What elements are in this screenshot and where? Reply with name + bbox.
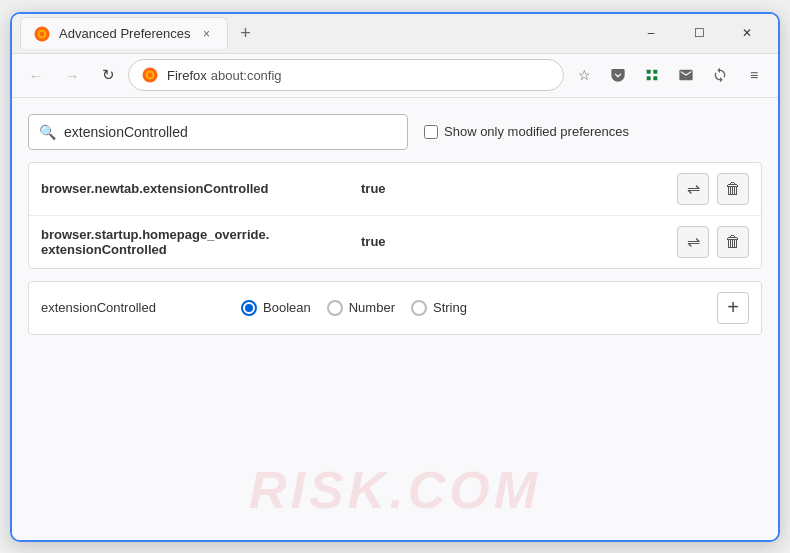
- new-pref-name: extensionControlled: [41, 300, 221, 315]
- type-boolean[interactable]: Boolean: [241, 300, 311, 316]
- results-table: browser.newtab.extensionControlled true …: [28, 162, 762, 269]
- menu-button[interactable]: ≡: [738, 59, 770, 91]
- pref-name-2: browser.startup.homepage_override. exten…: [41, 227, 361, 257]
- swap-icon-1: ⇌: [687, 179, 700, 198]
- swap-icon-2: ⇌: [687, 232, 700, 251]
- maximize-button[interactable]: ☐: [676, 17, 722, 49]
- svg-point-2: [40, 31, 45, 36]
- delete-button-2[interactable]: 🗑: [717, 226, 749, 258]
- search-icon: 🔍: [39, 124, 56, 140]
- number-radio[interactable]: [327, 300, 343, 316]
- address-bar[interactable]: Firefox about:config: [128, 59, 564, 91]
- firefox-browser-icon: [141, 66, 159, 84]
- reload-button[interactable]: ↻: [92, 59, 124, 91]
- svg-point-5: [148, 73, 153, 78]
- pref-name-2-line2: extensionControlled: [41, 242, 361, 257]
- type-string[interactable]: String: [411, 300, 467, 316]
- extension-button[interactable]: [636, 59, 668, 91]
- show-modified-label[interactable]: Show only modified preferences: [424, 124, 629, 139]
- show-modified-checkbox[interactable]: [424, 125, 438, 139]
- nav-icons: ☆: [568, 59, 770, 91]
- string-label: String: [433, 300, 467, 315]
- row-1-actions: ⇌ 🗑: [677, 173, 749, 205]
- trash-icon-1: 🗑: [725, 180, 741, 198]
- minimize-button[interactable]: –: [628, 17, 674, 49]
- main-content: RISK.COM 🔍 Show only modified preference…: [12, 98, 778, 540]
- new-tab-button[interactable]: +: [232, 19, 260, 47]
- search-wrapper[interactable]: 🔍: [28, 114, 408, 150]
- forward-button[interactable]: →: [56, 59, 88, 91]
- type-options: Boolean Number String: [241, 300, 697, 316]
- bookmark-button[interactable]: ☆: [568, 59, 600, 91]
- svg-rect-7: [653, 70, 657, 74]
- active-tab[interactable]: Advanced Preferences ×: [20, 17, 228, 49]
- show-modified-text: Show only modified preferences: [444, 124, 629, 139]
- pocket-icon: [610, 67, 626, 83]
- sync-button[interactable]: [704, 59, 736, 91]
- watermark: RISK.COM: [249, 460, 541, 520]
- pref-name-2-line1: browser.startup.homepage_override.: [41, 227, 361, 242]
- row-2-actions: ⇌ 🗑: [677, 226, 749, 258]
- svg-rect-8: [647, 76, 651, 80]
- back-button[interactable]: ←: [20, 59, 52, 91]
- window-controls: – ☐ ✕: [628, 17, 770, 49]
- extension-icon: [644, 67, 660, 83]
- tab-title: Advanced Preferences: [59, 26, 191, 41]
- trash-icon-2: 🗑: [725, 233, 741, 251]
- svg-rect-9: [653, 76, 657, 80]
- table-row: browser.newtab.extensionControlled true …: [29, 163, 761, 216]
- sync-icon: [712, 67, 728, 83]
- pref-value-1: true: [361, 181, 677, 196]
- add-pref-row: extensionControlled Boolean Number Strin…: [28, 281, 762, 335]
- string-radio[interactable]: [411, 300, 427, 316]
- boolean-label: Boolean: [263, 300, 311, 315]
- email-icon: [678, 67, 694, 83]
- swap-button-2[interactable]: ⇌: [677, 226, 709, 258]
- browser-window: Advanced Preferences × + – ☐ ✕ ← → ↻ Fir…: [10, 12, 780, 542]
- svg-rect-6: [647, 70, 651, 74]
- boolean-radio[interactable]: [241, 300, 257, 316]
- pocket-button[interactable]: [602, 59, 634, 91]
- nav-bar: ← → ↻ Firefox about:config ☆: [12, 54, 778, 98]
- email-button[interactable]: [670, 59, 702, 91]
- pref-value-2: true: [361, 234, 677, 249]
- tab-close-button[interactable]: ×: [199, 26, 215, 42]
- address-path: about:config: [211, 68, 282, 83]
- firefox-tab-icon: [33, 25, 51, 43]
- swap-button-1[interactable]: ⇌: [677, 173, 709, 205]
- address-origin: Firefox: [167, 68, 207, 83]
- delete-button-1[interactable]: 🗑: [717, 173, 749, 205]
- close-button[interactable]: ✕: [724, 17, 770, 49]
- title-bar: Advanced Preferences × + – ☐ ✕: [12, 14, 778, 54]
- pref-name-1: browser.newtab.extensionControlled: [41, 181, 361, 196]
- number-label: Number: [349, 300, 395, 315]
- search-input[interactable]: [64, 124, 397, 140]
- search-area: 🔍 Show only modified preferences: [28, 114, 762, 150]
- type-number[interactable]: Number: [327, 300, 395, 316]
- address-text: Firefox about:config: [167, 68, 282, 83]
- add-pref-button[interactable]: +: [717, 292, 749, 324]
- table-row: browser.startup.homepage_override. exten…: [29, 216, 761, 268]
